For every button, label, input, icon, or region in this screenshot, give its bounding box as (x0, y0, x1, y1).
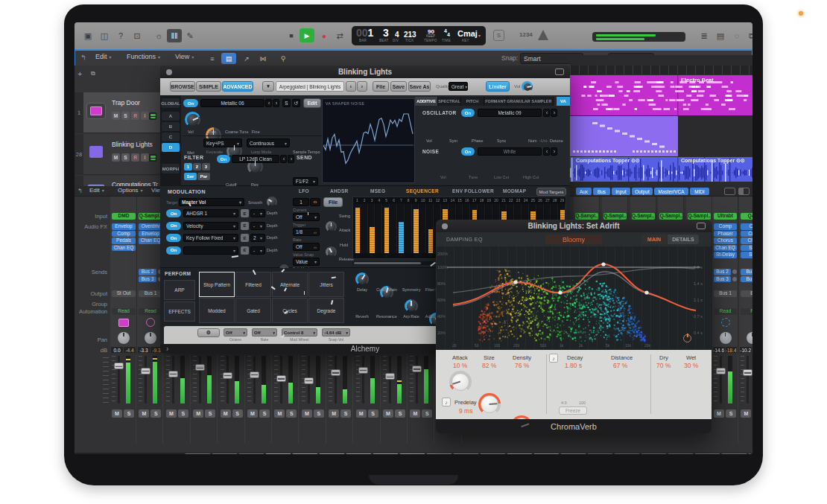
seq-swing-knob[interactable] (326, 221, 337, 232)
source-tab-d[interactable]: D (162, 143, 180, 152)
channel-strip[interactable]: UltrabtCompPhaserChorusChan EQSt-DelayBu… (712, 197, 738, 353)
cycle-button[interactable]: ⇄ (333, 29, 346, 42)
fader-handle[interactable] (358, 367, 368, 374)
quality-select[interactable]: Great▾ (449, 82, 468, 91)
prev-osc-icon[interactable]: ‹ (543, 109, 550, 117)
fx-slot[interactable]: St- (741, 252, 752, 258)
perform-knob-delay[interactable] (355, 272, 369, 286)
seq-edit-select[interactable]: Value▾ (293, 258, 320, 266)
source-vol-knob[interactable] (185, 112, 200, 127)
brightness-icon[interactable]: ☼ (152, 29, 165, 42)
link-icon[interactable] (697, 223, 706, 229)
step-column[interactable] (361, 204, 368, 253)
send-knob[interactable] (732, 269, 737, 274)
arp-setting-octave[interactable]: Off▾ (224, 328, 247, 336)
solo-button[interactable]: S (232, 409, 243, 418)
mod-on-button[interactable]: On (166, 246, 181, 255)
view-menu[interactable]: View▾ (175, 53, 194, 60)
next-filter-icon[interactable]: › (288, 155, 294, 163)
fx-slot[interactable]: Chorus (714, 237, 737, 244)
mod-e-button[interactable]: E (241, 246, 249, 255)
solo-button[interactable]: S (124, 409, 134, 418)
drummer-kit-icon[interactable] (89, 146, 103, 158)
channel-strip[interactable]: DMDEnvelopCompPedalsChan EQSt OutRead0.0… (110, 197, 137, 353)
prev-preset-button[interactable]: ‹ (346, 81, 356, 92)
engine-tab-formant[interactable]: FORMANT (484, 97, 507, 106)
fx-slot[interactable]: Overdriv (139, 223, 162, 230)
track-row[interactable]: 1 Trap Door M S R I (75, 92, 160, 133)
input-slot[interactable]: Q-Sampl.. (632, 213, 655, 220)
pad-name-cell[interactable]: Hi-Hat 2Trap Door (453, 453, 479, 454)
fx-slot[interactable]: Cli (741, 223, 752, 230)
pan-knob[interactable] (747, 332, 753, 344)
back-icon[interactable]: ↰ (80, 54, 86, 61)
automation-icon[interactable]: ↗ (239, 53, 254, 64)
pan-knob[interactable] (118, 332, 130, 344)
pad-name-cell[interactable]: Clap 1Trap Door (373, 453, 399, 454)
mod-tab-lfo[interactable]: LFO (299, 188, 309, 194)
perform-pad-gated[interactable]: Gated (235, 298, 271, 323)
mute-button[interactable]: M (383, 409, 393, 418)
add-track-button[interactable]: ＋ (76, 68, 83, 79)
preset-field[interactable]: Bloomy (545, 235, 602, 244)
seq-file-button[interactable]: File (323, 197, 343, 207)
arp-setting-rate[interactable]: Off▾ (252, 328, 277, 336)
mod-e-button[interactable]: E (241, 234, 249, 242)
send-slot[interactable]: Bus 3 (714, 276, 731, 283)
mute-button[interactable]: M (166, 409, 177, 418)
mute-button[interactable]: M (139, 409, 149, 418)
list-editors-icon[interactable]: ≣ (697, 29, 711, 42)
pad-name-cell[interactable]: Cowbell 1Trap Door (641, 453, 667, 454)
prev-filter-icon[interactable]: ‹ (280, 155, 287, 163)
region-view-icon[interactable]: ▤ (221, 53, 236, 64)
mod-source-select[interactable]: AHDSR 1▾ (183, 209, 238, 217)
input-slot[interactable]: Q-Sampl.. (603, 213, 627, 220)
preset-chevron-button[interactable]: ▾ (262, 81, 274, 92)
engine-tab-additive[interactable]: ADDITIVE (415, 97, 438, 106)
noise-on-button[interactable]: On (461, 147, 475, 156)
pad-name-cell[interactable]: Kick 2Trap Door (238, 453, 264, 454)
count-in-button[interactable]: 1234 (519, 31, 533, 38)
send-slot[interactable]: Bu (741, 276, 752, 283)
pad-name-cell[interactable]: Snare 1Trap Door (265, 453, 291, 454)
pad-name-cell[interactable]: StompTrap Door (721, 453, 747, 454)
fader-handle[interactable] (331, 369, 340, 376)
step-column[interactable] (398, 204, 405, 253)
seq-rate-field[interactable]: 1/8‹› (293, 228, 320, 236)
pan-knob[interactable] (720, 332, 732, 344)
power-icon[interactable] (683, 334, 691, 342)
seq-attack-knob[interactable] (326, 246, 337, 258)
mute-button[interactable]: M (410, 409, 420, 418)
smooth-knob[interactable] (267, 197, 277, 207)
pad-name-cell[interactable]: Snare 3Trap Door (319, 453, 345, 454)
solo-button[interactable]: S (205, 409, 215, 418)
fader-handle[interactable] (141, 368, 150, 374)
pad-name-cell[interactable]: Cowbell 2Trap Door (668, 453, 694, 454)
filter-slot-3[interactable]: 3 (202, 163, 210, 170)
output-slot[interactable]: Bus 1 (139, 290, 162, 297)
midi-region-electro-beat[interactable] (570, 75, 752, 115)
fx-slot[interactable]: Cha (741, 237, 752, 244)
attack-knob[interactable] (449, 371, 472, 393)
source-tab-morph[interactable]: MORPH (162, 164, 180, 173)
step-column[interactable] (405, 204, 412, 253)
input-slot[interactable]: Q-Sampl.. (575, 213, 598, 220)
edit-menu[interactable]: Edit▾ (95, 53, 112, 60)
input-slot[interactable]: Q-Sampl.. (688, 213, 711, 220)
fx-slot[interactable]: Chan EQ (112, 245, 136, 252)
fx-slot[interactable]: Comp (112, 231, 136, 237)
automation-slot[interactable]: Read (714, 308, 737, 315)
lcd-display[interactable]: 00 1 BAR 3 BEAT 4 DIV 213 TICK 90 KEEP T… (352, 26, 486, 45)
send-dest-select[interactable]: F1/F2▾ (293, 177, 318, 185)
mod-tab-ahdsr[interactable]: AHDSR (330, 188, 349, 194)
record-button[interactable]: ● (317, 29, 331, 42)
single-view-icon[interactable] (724, 188, 735, 195)
inspector-icon[interactable]: ⊡ (130, 29, 145, 42)
play-button[interactable]: ▶ (300, 28, 314, 42)
fx-slot[interactable]: Chan EQ (714, 245, 737, 252)
engine-tab-granular[interactable]: GRANULAR (507, 97, 530, 106)
send-slot[interactable]: Bus 3 (139, 276, 156, 283)
damping-eq-display[interactable]: 200%100%80%60%40%20%1.8 s1.4 s1.1 s0.7 s… (436, 246, 712, 350)
mute-button[interactable]: M (221, 409, 231, 418)
mod-source-select[interactable]: Velocity▾ (183, 222, 238, 230)
